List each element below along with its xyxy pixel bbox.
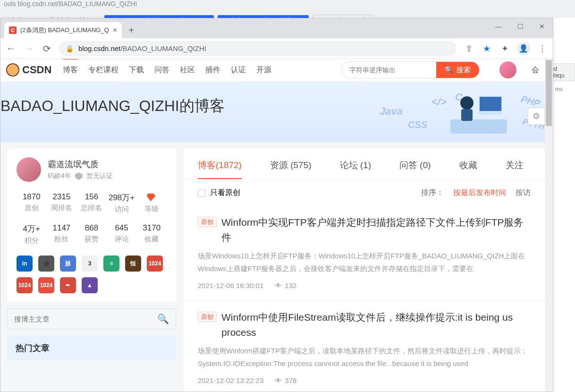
search-icon[interactable]: 🔍: [157, 313, 169, 324]
achievement-badge[interactable]: 恒: [125, 256, 141, 272]
nav-link-6[interactable]: 认证: [231, 65, 246, 75]
blog-search-input[interactable]: [14, 315, 157, 323]
scrollbar[interactable]: [545, 59, 553, 392]
stat-item[interactable]: 868获赞: [76, 223, 107, 245]
maximize-icon[interactable]: ☐: [509, 18, 531, 34]
extensions-icon[interactable]: ✦: [499, 43, 510, 54]
article-excerpt: 场景Windows10上怎样开启FTP服务：Windows10上怎样开启FTP服…: [198, 249, 531, 275]
back-icon[interactable]: ←: [5, 43, 17, 54]
csdn-logo[interactable]: CSDN: [6, 63, 51, 77]
lock-icon: 🔒: [66, 45, 74, 52]
stat-item[interactable]: 156总排名: [76, 192, 107, 214]
search-icon: 🔍: [445, 66, 454, 74]
reload-icon[interactable]: ⟳: [41, 43, 52, 54]
only-original-label: 只看原创: [210, 188, 240, 198]
hero-illustration: Java </> CSS C PHP PYTH: [380, 86, 531, 138]
stat-item[interactable]: 645评论: [107, 223, 137, 245]
content-column: 博客(1872)资源 (575)论坛 (1)问答 (0)收藏关注 只看原创 排序…: [184, 149, 545, 392]
filter-row: 只看原创 排序： 按最后发布时间 按访: [184, 179, 545, 206]
content-tab[interactable]: 资源 (575): [270, 159, 312, 179]
achievement-badge[interactable]: in: [17, 256, 33, 272]
code-age: 码龄4年: [48, 172, 71, 180]
article-title[interactable]: Winform中使用FileStream读取文件后，继续操作提示:it is b…: [221, 310, 531, 340]
article-excerpt: 场景使用Winform搭建FTP客户端之后，读取本地某路径下的文件，然后将文件读…: [198, 344, 531, 370]
stat-item[interactable]: 等级: [136, 192, 167, 214]
content-tab[interactable]: 收藏: [459, 159, 477, 179]
stat-item[interactable]: 1870原创: [17, 192, 47, 214]
shield-icon: [75, 172, 83, 180]
close-window-icon[interactable]: ✕: [531, 18, 553, 34]
achievement-badge[interactable]: 脉: [60, 256, 76, 272]
article-item[interactable]: 原创Winform中实现FTP客户端并定时扫描指定路径下文件上传到FTP服务件场…: [184, 206, 545, 301]
nav-link-7[interactable]: 开源: [256, 65, 271, 75]
browser-window: C (2条消息) BADAO_LIUMANG_Q × + ― ☐ ✕ ← → ⟳…: [0, 18, 553, 392]
achievement-badge[interactable]: 1024: [38, 277, 54, 293]
share-icon[interactable]: ⇪: [463, 43, 474, 54]
eye-icon: 👁: [275, 376, 282, 384]
stat-item[interactable]: 298万+访问: [107, 192, 137, 214]
minimize-icon[interactable]: ―: [488, 18, 509, 34]
nav-link-1[interactable]: 专栏课程: [88, 65, 118, 75]
nav-link-3[interactable]: 问答: [154, 65, 169, 75]
scrollbar-thumb[interactable]: [546, 60, 552, 126]
monkey-icon: [6, 63, 19, 77]
original-tag: 原创: [198, 217, 217, 227]
achievement-badge[interactable]: 3: [82, 256, 98, 272]
address-bar[interactable]: 🔒 blog.csdn.net/BADAO_LIUMANG_QIZHI: [59, 41, 457, 56]
tab-title: (2条消息) BADAO_LIUMANG_Q: [20, 26, 109, 34]
profile-avatar[interactable]: [17, 157, 41, 182]
sort-label: 排序：: [421, 188, 444, 198]
url-text: blog.csdn.net/BADAO_LIUMANG_QIZHI: [78, 44, 206, 52]
achievement-badge[interactable]: ✒: [60, 277, 76, 293]
site-search: 🔍搜索: [341, 61, 480, 78]
nav-link-2[interactable]: 下载: [129, 65, 144, 75]
profile-card: 霸道流氓气质 码龄4年 暂无认证 1870原创2315周排名156总排名298万…: [7, 149, 176, 302]
stat-item[interactable]: 3170收藏: [136, 223, 167, 245]
achievement-badge[interactable]: 1024: [17, 277, 33, 293]
svg-rect-4: [461, 109, 473, 121]
stat-item[interactable]: 4万+积分: [17, 223, 47, 245]
svg-rect-1: [480, 97, 501, 111]
browser-toolbar: ← → ⟳ 🔒 blog.csdn.net/BADAO_LIUMANG_QIZH…: [0, 38, 553, 59]
sort-by-publish-time[interactable]: 按最后发布时间: [453, 188, 506, 198]
article-date: 2021-12-02 13:22:23: [198, 376, 263, 384]
content-tab[interactable]: 论坛 (1): [340, 159, 372, 179]
level-icon: [146, 192, 157, 203]
site-search-button[interactable]: 🔍搜索: [436, 61, 479, 78]
nav-item-truncated[interactable]: 会: [532, 65, 539, 75]
only-original-checkbox[interactable]: [198, 189, 205, 197]
site-nav: CSDN 博客专栏课程下载问答社区插件认证开源 🔍搜索 会: [0, 59, 545, 82]
content-tab[interactable]: 问答 (0): [399, 159, 431, 179]
achievement-badge[interactable]: ≡: [103, 256, 119, 272]
svg-point-3: [460, 96, 474, 110]
browser-tab[interactable]: C (2条消息) BADAO_LIUMANG_Q ×: [4, 22, 122, 38]
achievement-badge[interactable]: ▲: [82, 277, 98, 293]
stat-item[interactable]: 1147粉丝: [47, 223, 77, 245]
close-tab-icon[interactable]: ×: [113, 26, 117, 34]
bookmark-star-icon[interactable]: ★: [481, 43, 492, 54]
forward-icon: →: [23, 43, 34, 54]
new-tab-button[interactable]: +: [125, 24, 138, 37]
nav-link-4[interactable]: 社区: [180, 65, 195, 75]
article-title[interactable]: Winform中实现FTP客户端并定时扫描指定路径下文件上传到FTP服务件: [221, 215, 531, 245]
menu-icon[interactable]: ⋮: [537, 43, 548, 54]
profile-name: 霸道流氓气质: [48, 159, 113, 170]
achievement-badge[interactable]: ⚫: [38, 256, 54, 272]
nav-link-0[interactable]: 博客: [63, 59, 78, 75]
content-tab[interactable]: 博客(1872): [198, 159, 242, 179]
article-views: 👁378: [275, 376, 296, 384]
eye-icon: 👁: [275, 281, 282, 290]
site-search-input[interactable]: [342, 66, 436, 74]
settings-gear-icon[interactable]: ⚙: [528, 108, 545, 125]
sort-by-views[interactable]: 按访: [516, 188, 531, 198]
hero-banner: BADAO_LIUMANG_QIZHI的博客 Java </> CSS C PH…: [0, 82, 545, 142]
profile-icon[interactable]: 👤: [517, 42, 530, 55]
content-tab[interactable]: 关注: [506, 159, 524, 179]
article-item[interactable]: 原创Winform中使用FileStream读取文件后，继续操作提示:it is…: [184, 301, 545, 392]
user-avatar[interactable]: [499, 61, 516, 78]
nav-link-5[interactable]: 插件: [205, 65, 220, 75]
tab-strip: C (2条消息) BADAO_LIUMANG_Q × + ― ☐ ✕: [0, 18, 553, 38]
stat-item[interactable]: 2315周排名: [47, 192, 77, 214]
hot-articles-header: 热门文章: [7, 336, 176, 360]
achievement-badge[interactable]: 1024: [147, 256, 163, 272]
